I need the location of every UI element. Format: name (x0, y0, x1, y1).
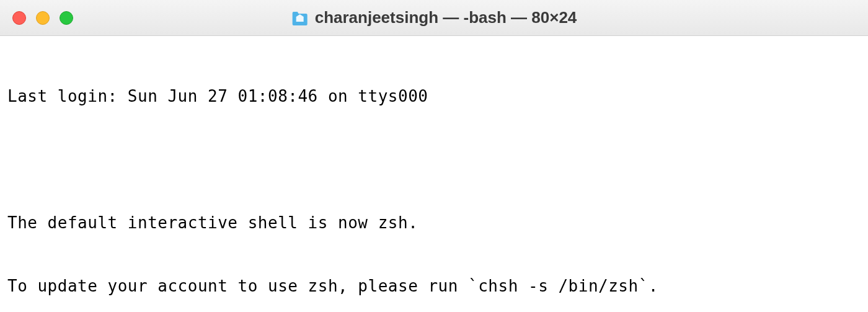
home-folder-icon (291, 11, 309, 25)
window-title: charanjeetsingh — -bash — 80×24 (315, 8, 577, 27)
terminal-content[interactable]: Last login: Sun Jun 27 01:08:46 on ttys0… (0, 36, 868, 312)
terminal-line: Last login: Sun Jun 27 01:08:46 on ttys0… (7, 86, 863, 107)
terminal-line (7, 149, 863, 170)
maximize-button[interactable] (60, 11, 73, 25)
terminal-line: The default interactive shell is now zsh… (7, 212, 863, 233)
close-button[interactable] (12, 11, 26, 25)
minimize-button[interactable] (36, 11, 50, 25)
window-title-area: charanjeetsingh — -bash — 80×24 (291, 8, 577, 27)
window-titlebar: charanjeetsingh — -bash — 80×24 (0, 0, 868, 36)
terminal-line: To update your account to use zsh, pleas… (7, 275, 863, 296)
window-controls (12, 11, 73, 25)
